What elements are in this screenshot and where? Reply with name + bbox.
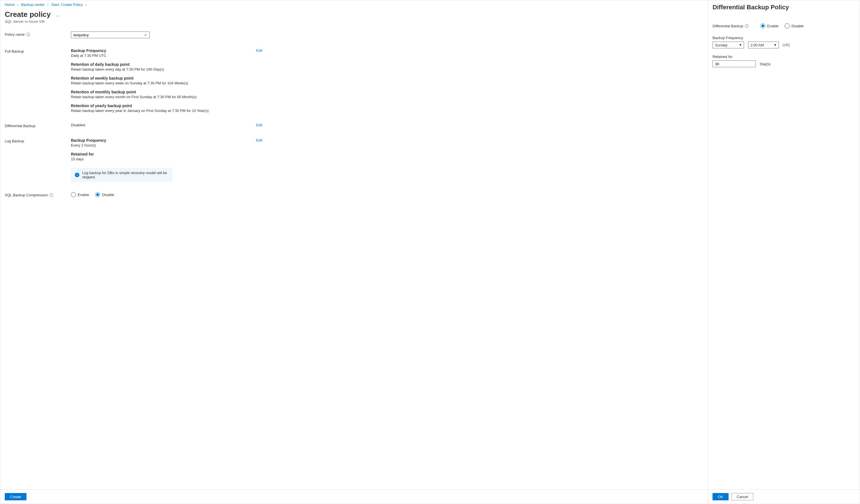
retention-monthly-heading: Retention of monthly backup point xyxy=(71,90,262,94)
retention-yearly-heading: Retention of yearly backup point xyxy=(71,104,262,108)
differential-backup-label: Differential Backup xyxy=(5,123,71,128)
policy-name-label: Policy name i xyxy=(5,31,71,36)
info-icon[interactable]: i xyxy=(745,24,748,28)
full-backup-frequency-heading: Backup Frequency xyxy=(71,48,262,53)
log-backup-retained-heading: Retained for xyxy=(71,152,262,157)
utc-label: UTC xyxy=(783,43,790,47)
main-footer: Create xyxy=(0,489,708,504)
create-button[interactable]: Create xyxy=(5,493,27,500)
full-backup-label: Full Backup xyxy=(5,48,71,54)
breadcrumb: Home › Backup center › Start: Create Pol… xyxy=(5,2,703,7)
page-title: Create policy xyxy=(5,10,51,19)
retained-for-label: Retained for xyxy=(713,55,855,59)
chevron-down-icon: ▼ xyxy=(774,43,777,47)
radio-enable-label: Enable xyxy=(78,193,89,197)
edit-full-backup-link[interactable]: Edit xyxy=(256,48,262,53)
chevron-right-icon: › xyxy=(17,2,18,7)
diff-backup-enable-radio[interactable]: Enable xyxy=(760,23,778,28)
side-panel: Differential Backup Policy Differential … xyxy=(708,0,860,504)
sql-compression-label: SQL Backup Compression i xyxy=(5,192,71,197)
retention-daily-heading: Retention of daily backup point xyxy=(71,62,262,66)
retained-for-input[interactable] xyxy=(713,60,756,67)
log-backup-frequency-text: Every 2 hour(s) xyxy=(71,143,262,147)
sql-compression-disable-radio[interactable]: Disable xyxy=(95,192,114,197)
info-icon[interactable]: i xyxy=(27,33,30,36)
radio-enable-label: Enable xyxy=(767,24,778,28)
page-subtitle: SQL Server in Azure VM xyxy=(5,19,703,24)
retention-weekly-text: Retain backup taken every week on Sunday… xyxy=(71,81,262,85)
chevron-right-icon: › xyxy=(47,2,48,7)
retention-yearly-text: Retain backup taken every year in Januar… xyxy=(71,108,262,113)
radio-disable-label: Disable xyxy=(102,193,114,197)
retained-unit-label: Day(s) xyxy=(760,62,771,66)
breadcrumb-backup-center[interactable]: Backup center xyxy=(21,2,44,7)
panel-footer: OK Cancel xyxy=(708,489,860,504)
chevron-right-icon: › xyxy=(86,2,87,7)
main-panel: Home › Backup center › Start: Create Pol… xyxy=(0,0,708,504)
cancel-button[interactable]: Cancel xyxy=(731,493,753,500)
panel-diff-backup-label: Differential Backup i xyxy=(713,24,760,28)
backup-day-select[interactable]: Sunday ▼ xyxy=(713,42,744,48)
backup-frequency-label: Backup Frequency xyxy=(713,36,855,40)
sql-compression-radio-group: Enable Disable xyxy=(71,192,262,197)
info-icon[interactable]: i xyxy=(49,193,53,197)
policy-name-input[interactable] xyxy=(71,31,150,38)
edit-differential-backup-link[interactable]: Edit xyxy=(256,123,262,127)
retention-monthly-text: Retain backup taken every month on First… xyxy=(71,95,262,99)
diff-backup-disable-radio[interactable]: Disable xyxy=(785,23,803,28)
full-backup-frequency-text: Daily at 7:30 PM UTC xyxy=(71,54,262,58)
breadcrumb-create-policy[interactable]: Start: Create Policy xyxy=(51,2,83,7)
backup-time-select[interactable]: 2:00 AM ▼ xyxy=(748,42,779,48)
log-backup-label: Log Backup xyxy=(5,138,71,143)
sql-compression-enable-radio[interactable]: Enable xyxy=(71,192,89,197)
radio-disable-label: Disable xyxy=(791,24,803,28)
edit-log-backup-link[interactable]: Edit xyxy=(256,138,262,142)
chevron-down-icon: ▼ xyxy=(739,43,742,47)
info-icon: i xyxy=(75,173,80,177)
breadcrumb-home[interactable]: Home xyxy=(5,2,15,7)
panel-title: Differential Backup Policy xyxy=(713,4,855,11)
differential-backup-status: Disabled xyxy=(71,123,262,127)
log-backup-retained-text: 15 days xyxy=(71,157,262,161)
ok-button[interactable]: OK xyxy=(713,493,729,500)
retention-daily-text: Retain backup taken every day at 7:30 PM… xyxy=(71,67,262,71)
log-backup-frequency-heading: Backup Frequency xyxy=(71,138,262,143)
info-callout-text: Log backup for DBs in simple recovery mo… xyxy=(82,171,168,179)
retention-weekly-heading: Retention of weekly backup point xyxy=(71,76,262,80)
info-callout: i Log backup for DBs in simple recovery … xyxy=(71,168,172,182)
more-actions-icon[interactable]: ··· xyxy=(56,13,60,19)
diff-backup-radio-group: Enable Disable xyxy=(760,23,804,28)
